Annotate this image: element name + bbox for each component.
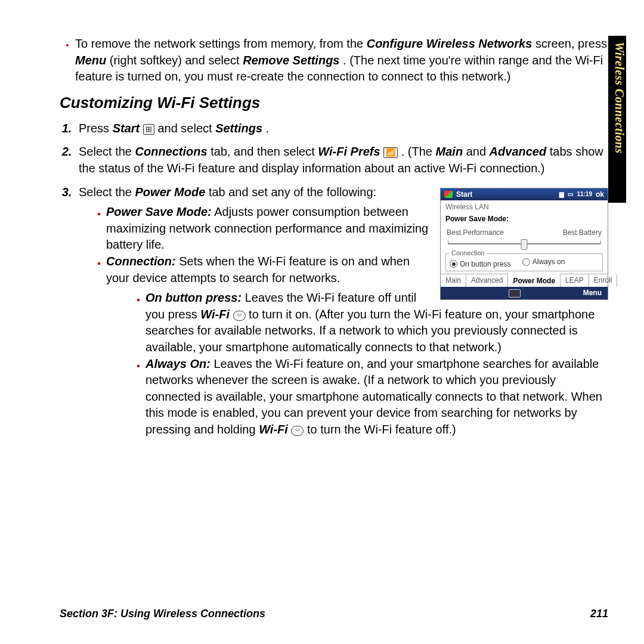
windows-flag-icon bbox=[444, 191, 453, 198]
term-main: Main bbox=[436, 145, 463, 158]
text: tab, and then select bbox=[210, 145, 318, 158]
text: (right softkey) and select bbox=[110, 54, 243, 67]
tab-power-mode[interactable]: Power Mode bbox=[508, 274, 561, 287]
screenshot-tabs: Main Advanced Power Mode LEAP Enroll bbox=[441, 274, 608, 287]
footer-section: Section 3F: Using Wireless Connections bbox=[60, 608, 265, 620]
step-2: Select the Connections tab, and then sel… bbox=[75, 144, 608, 177]
wifi-key-icon: ⌔ bbox=[291, 426, 304, 436]
power-save-slider[interactable] bbox=[448, 240, 600, 247]
screenshot-time: 11:19 bbox=[577, 191, 592, 198]
screenshot-psm-label: Power Save Mode: bbox=[441, 212, 608, 224]
term-power-mode: Power Mode bbox=[135, 185, 206, 199]
term-start: Start bbox=[113, 122, 140, 135]
term-remove-settings: Remove Settings bbox=[243, 54, 339, 67]
connection-legend: Connection bbox=[450, 249, 487, 257]
label: Connection: bbox=[106, 255, 176, 268]
side-tab: Wireless Connections bbox=[608, 36, 626, 203]
text: Press bbox=[79, 122, 113, 135]
tab-leap[interactable]: LEAP bbox=[561, 274, 589, 287]
start-icon: ⊞ bbox=[143, 124, 154, 135]
battery-icon: ▭ bbox=[568, 191, 573, 198]
label: On button press: bbox=[145, 291, 242, 304]
radio-always-on[interactable]: Always on bbox=[522, 258, 565, 266]
term-settings: Settings bbox=[215, 122, 262, 135]
text: to turn the Wi-Fi feature off.) bbox=[307, 423, 456, 436]
text: . (The bbox=[401, 145, 436, 158]
text: screen, press bbox=[535, 37, 607, 50]
term-configure-wireless: Configure Wireless Networks bbox=[367, 37, 532, 50]
slider-right-label: Best Battery bbox=[563, 228, 602, 237]
connection-group: Connection On button press Always on bbox=[445, 253, 603, 271]
term-menu: Menu bbox=[75, 54, 106, 67]
text: To remove the network settings from memo… bbox=[75, 37, 367, 50]
screenshot-ok[interactable]: ok bbox=[596, 190, 604, 199]
screenshot-titlebar: Start ▆ ▭ 11:19 ok bbox=[441, 188, 608, 200]
screenshot-menu[interactable]: Menu bbox=[583, 289, 602, 297]
text: tab and set any of the following: bbox=[209, 185, 376, 199]
term-wifi: Wi-Fi bbox=[200, 308, 230, 321]
mode-always-on: Always On: Leaves the Wi-Fi feature on, … bbox=[145, 356, 608, 438]
screenshot-start[interactable]: Start bbox=[456, 190, 472, 199]
page-number: 211 bbox=[590, 608, 608, 620]
wifi-key-icon: ⌔ bbox=[233, 311, 246, 321]
text: Select the bbox=[79, 145, 135, 158]
tab-advanced[interactable]: Advanced bbox=[466, 274, 508, 287]
step-1: Press Start ⊞ and select Settings . bbox=[75, 120, 608, 137]
text: Select the bbox=[79, 185, 135, 199]
radio-label: Always on bbox=[532, 258, 565, 266]
screenshot-title: Wireless LAN bbox=[441, 200, 608, 212]
keyboard-icon[interactable] bbox=[509, 289, 521, 298]
heading-customizing: Customizing Wi-Fi Settings bbox=[60, 94, 608, 112]
radio-label: On button press bbox=[460, 260, 510, 268]
term-wifi-prefs: Wi-Fi Prefs bbox=[318, 145, 380, 158]
term-connections: Connections bbox=[135, 145, 208, 158]
term-advanced: Advanced bbox=[490, 145, 547, 158]
intro-bullet: To remove the network settings from memo… bbox=[75, 36, 608, 85]
screenshot-wireless-lan: Start ▆ ▭ 11:19 ok Wireless LAN Power Sa… bbox=[440, 188, 608, 300]
text: . bbox=[266, 122, 270, 135]
radio-on-button-press[interactable]: On button press bbox=[450, 260, 510, 268]
wifi-prefs-icon: 📶 bbox=[383, 147, 398, 158]
term-wifi: Wi-Fi bbox=[259, 423, 288, 436]
label: Always On: bbox=[145, 357, 210, 370]
slider-left-label: Best Performance bbox=[447, 228, 504, 237]
tab-main[interactable]: Main bbox=[441, 274, 466, 287]
label: Power Save Mode: bbox=[106, 205, 212, 218]
text: and select bbox=[157, 122, 215, 135]
signal-icon: ▆ bbox=[559, 191, 564, 198]
text: and bbox=[466, 145, 490, 158]
tab-enroll[interactable]: Enroll bbox=[589, 274, 618, 287]
step-3: Select the Power Mode tab and set any of… bbox=[75, 184, 608, 438]
